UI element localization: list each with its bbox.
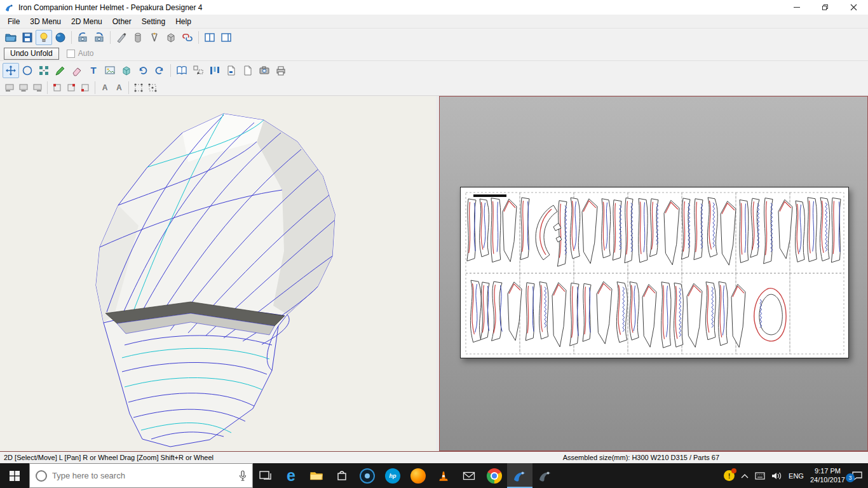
open-book-button[interactable]: [173, 63, 190, 78]
select-parts-icon: [193, 65, 204, 76]
divide-parts-icon: [38, 65, 50, 76]
task-view-button[interactable]: [253, 463, 278, 488]
insert-image-button[interactable]: [102, 63, 118, 78]
taskbar-mail[interactable]: [456, 463, 482, 488]
arrange-parts-button[interactable]: [207, 63, 223, 78]
undo-unfold-button[interactable]: Undo Unfold: [4, 48, 59, 60]
link-2d-3d-button[interactable]: [179, 30, 196, 45]
snap-corner-tl-button[interactable]: [50, 81, 64, 94]
menu-setting[interactable]: Setting: [137, 16, 170, 27]
start-button[interactable]: [0, 463, 29, 488]
divide-merge-button[interactable]: [36, 63, 52, 78]
undo-arrow-icon: [137, 65, 149, 76]
minimize-button[interactable]: [782, 0, 811, 15]
rotate-camera-left-icon: [77, 32, 88, 43]
pepakura-viewer-icon: [538, 468, 553, 484]
eraser-icon: [71, 65, 83, 76]
circle-select-button[interactable]: [19, 63, 36, 78]
cortana-icon: [36, 470, 47, 482]
light-bulb-icon: [38, 32, 50, 43]
redo-button[interactable]: [151, 63, 168, 78]
taskbar-vlc[interactable]: [431, 463, 456, 488]
open-book-icon: [176, 65, 187, 76]
tray-chevron-icon[interactable]: [741, 473, 749, 478]
toggle-light-button[interactable]: [36, 30, 52, 45]
page-with-note-button[interactable]: [223, 63, 240, 78]
vlc-cone-icon: [437, 470, 450, 482]
3d-viewport[interactable]: [0, 96, 436, 451]
taskbar-lens-app[interactable]: [355, 463, 380, 488]
undo-button[interactable]: [135, 63, 151, 78]
open-file-button[interactable]: [3, 30, 19, 45]
image-icon: [104, 65, 116, 76]
transform-box-icon: [133, 83, 144, 93]
rotate-view-left-button[interactable]: [74, 30, 91, 45]
snap-corner-tr-button[interactable]: [64, 81, 78, 94]
2d-viewport[interactable]: [439, 96, 868, 451]
edge-icon: e: [287, 468, 295, 484]
free-transform-button[interactable]: [132, 81, 146, 94]
taskbar-pepakura-designer[interactable]: [507, 463, 532, 488]
3d-box-button[interactable]: [118, 63, 135, 78]
rotate-camera-right-icon: [93, 32, 105, 43]
flip-horizontal-button[interactable]: A: [98, 81, 112, 94]
select-move-button[interactable]: [3, 63, 19, 78]
wide-pane-layout-button[interactable]: [218, 30, 234, 45]
taskbar-chrome[interactable]: [482, 463, 507, 488]
menu-help[interactable]: Help: [170, 16, 196, 27]
rotate-view-right-button[interactable]: [91, 30, 107, 45]
menu-other[interactable]: Other: [107, 16, 137, 27]
blank-page-button[interactable]: [240, 63, 256, 78]
pattern-page[interactable]: [460, 187, 849, 358]
textured-view-button[interactable]: [52, 30, 69, 45]
warning-tray-icon[interactable]: !: [724, 470, 735, 481]
align-bottom-left-button[interactable]: [3, 81, 17, 94]
solid-view-button[interactable]: [163, 30, 179, 45]
touch-keyboard-icon[interactable]: [755, 472, 765, 480]
measure-tool-button[interactable]: [146, 30, 163, 45]
volume-icon[interactable]: [771, 471, 782, 480]
taskbar-firefox[interactable]: [405, 463, 431, 488]
unfolded-pattern-pieces: [461, 187, 850, 359]
search-input[interactable]: [52, 471, 234, 480]
taskbar-store[interactable]: [329, 463, 355, 488]
screen-capture-button[interactable]: [256, 63, 273, 78]
save-button[interactable]: [19, 30, 36, 45]
snap-corner-bl-button[interactable]: [78, 81, 92, 94]
flip-vertical-button[interactable]: A: [112, 81, 126, 94]
menu-3d[interactable]: 3D Menu: [25, 16, 66, 27]
taskbar-search[interactable]: [29, 463, 253, 488]
taskbar-pepakura-viewer[interactable]: [532, 463, 558, 488]
align-bottom-center-button[interactable]: [17, 81, 31, 94]
close-button[interactable]: [839, 0, 868, 15]
marker-pen-button[interactable]: [113, 30, 130, 45]
language-indicator[interactable]: ENG: [789, 472, 804, 480]
select-parts-button[interactable]: [190, 63, 207, 78]
statusbar: 2D [Select/Move] L [Pan] R or Wheel Drag…: [0, 451, 868, 463]
align-bottom-right-button[interactable]: [31, 81, 44, 94]
text-tool-button[interactable]: T: [85, 63, 102, 78]
menu-file[interactable]: File: [3, 16, 25, 27]
taskbar-file-explorer[interactable]: [304, 463, 329, 488]
taskbar-edge[interactable]: e: [278, 463, 304, 488]
microphone-icon[interactable]: [239, 470, 247, 482]
two-pane-layout-button[interactable]: [201, 30, 218, 45]
taskbar-hp-support[interactable]: hp: [380, 463, 405, 488]
edit-flaps-button[interactable]: [52, 63, 69, 78]
status-hint-text: 2D [Select/Move] L [Pan] R or Wheel Drag…: [4, 454, 214, 461]
close-icon: [850, 4, 857, 11]
auto-checkbox[interactable]: [67, 50, 75, 58]
clock[interactable]: 9:17 PM 24/10/2017: [810, 467, 845, 485]
cylinder-icon: [132, 32, 144, 43]
move-arrows-icon: [5, 65, 17, 76]
camera-icon: [259, 65, 270, 76]
cylinder-tool-button[interactable]: [130, 30, 146, 45]
arrange-bars-icon: [209, 65, 220, 76]
wide-layout-icon: [220, 32, 232, 43]
print-button[interactable]: [273, 63, 289, 78]
transform-points-button[interactable]: [146, 81, 159, 94]
eraser-button[interactable]: [69, 63, 85, 78]
menu-2d[interactable]: 2D Menu: [66, 16, 107, 27]
restore-button[interactable]: [811, 0, 839, 15]
titlebar: Iron Companion Hunter Helmet - Pepakura …: [0, 0, 868, 15]
